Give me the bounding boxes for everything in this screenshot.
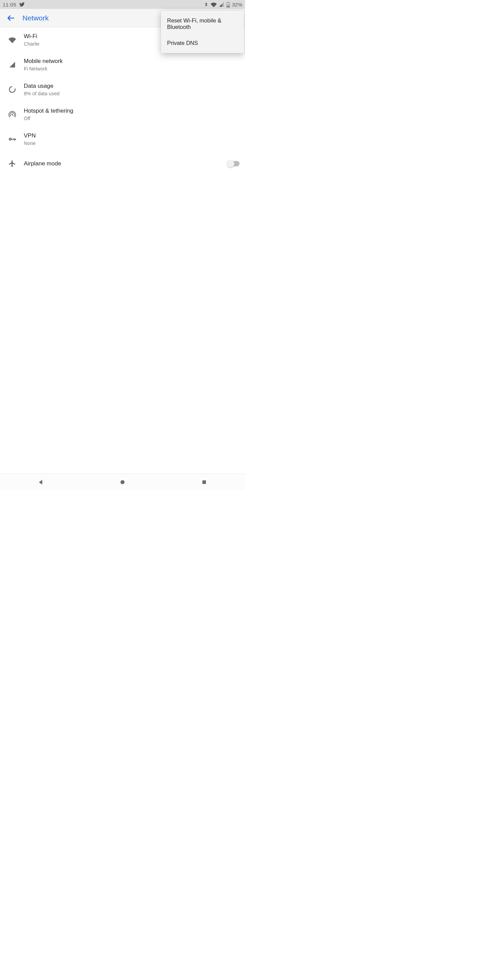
cell-signal-icon — [219, 2, 224, 7]
nav-home-button[interactable] — [116, 476, 129, 489]
airplane-mode-row[interactable]: Airplane mode — [0, 151, 245, 176]
system-nav-bar — [0, 474, 245, 490]
menu-item-private-dns[interactable]: Private DNS — [161, 35, 244, 51]
svg-point-7 — [10, 138, 11, 140]
vpn-row[interactable]: VPN None — [0, 127, 245, 151]
data-usage-title: Data usage — [24, 82, 240, 90]
cell-icon — [5, 61, 19, 68]
airplane-mode-title: Airplane mode — [24, 160, 228, 167]
airplane-icon — [5, 159, 19, 168]
data-usage-row[interactable]: Data usage 8% of data used — [0, 77, 245, 102]
status-bar: 11:05 32% — [0, 0, 245, 9]
hotspot-title: Hotspot & tethering — [24, 107, 240, 115]
battery-percent-label: 32% — [232, 2, 242, 8]
vpn-subtitle: None — [24, 140, 240, 146]
bluetooth-icon — [203, 2, 208, 7]
page-title: Network — [22, 14, 49, 22]
data-usage-subtitle: 8% of data used — [24, 91, 240, 96]
nav-recent-button[interactable] — [197, 476, 211, 489]
vpn-title: VPN — [24, 132, 240, 140]
svg-rect-12 — [202, 480, 206, 484]
svg-rect-9 — [14, 139, 15, 141]
svg-point-11 — [121, 480, 124, 484]
svg-rect-8 — [11, 139, 16, 140]
wifi-icon — [5, 36, 19, 44]
mobile-network-row[interactable]: Mobile network Fi Network — [0, 52, 245, 77]
airplane-mode-toggle[interactable] — [228, 161, 240, 166]
svg-rect-1 — [228, 2, 229, 2]
menu-item-reset-network[interactable]: Reset Wi-Fi, mobile & Bluetooth — [161, 13, 244, 35]
svg-point-5 — [11, 114, 13, 115]
overflow-menu: Reset Wi-Fi, mobile & Bluetooth Private … — [161, 11, 244, 53]
status-time: 11:05 — [3, 2, 16, 8]
data-usage-icon — [5, 86, 19, 94]
wifi-status-icon — [211, 2, 217, 7]
hotspot-row[interactable]: Hotspot & tethering Off — [0, 102, 245, 127]
vpn-key-icon — [5, 135, 19, 143]
hotspot-subtitle: Off — [24, 116, 240, 121]
hotspot-icon — [5, 110, 19, 118]
mobile-network-subtitle: Fi Network — [24, 66, 240, 72]
mobile-network-title: Mobile network — [24, 57, 240, 65]
svg-rect-10 — [15, 139, 16, 140]
nav-back-button[interactable] — [34, 476, 48, 489]
battery-icon — [226, 2, 230, 8]
svg-rect-2 — [227, 5, 229, 7]
twitter-notification-icon — [19, 2, 25, 8]
back-button[interactable] — [3, 11, 18, 25]
